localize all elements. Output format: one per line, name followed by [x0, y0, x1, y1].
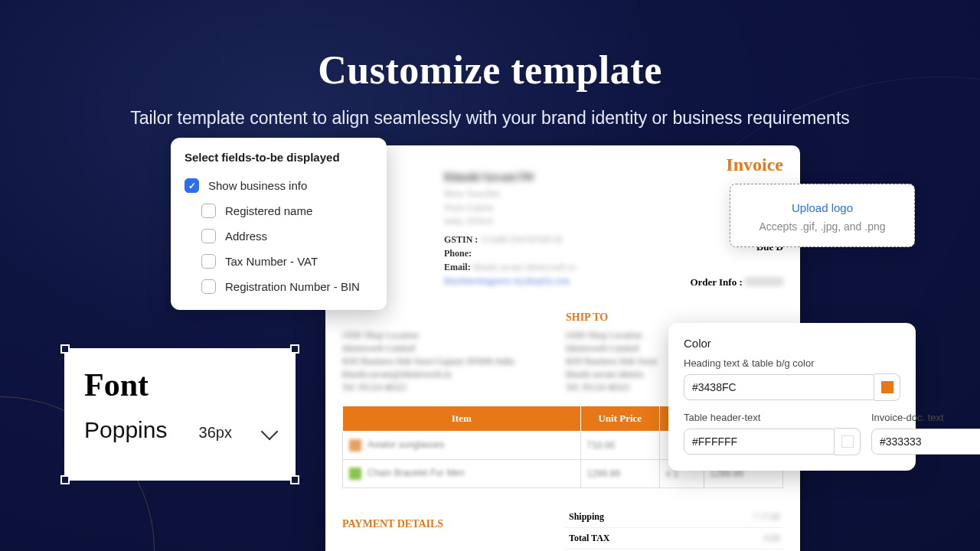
checkbox-registration-number[interactable]: Registration Number - BIN	[201, 274, 373, 299]
upload-logo-dropzone[interactable]: Upload logo Accepts .gif, .jpg, and .png	[730, 184, 915, 247]
checkbox-tax-number[interactable]: Tax Number - VAT	[201, 249, 373, 274]
payment-details-heading: PAYMENT DETAILS	[342, 518, 443, 530]
checkbox-address[interactable]: Address	[201, 223, 373, 249]
checkbox-icon[interactable]	[185, 178, 199, 193]
invoice-heading: Invoice	[726, 155, 783, 175]
doc-text-color-input[interactable]	[871, 429, 980, 455]
checkbox-icon[interactable]	[201, 204, 216, 218]
checkbox-icon[interactable]	[201, 254, 216, 269]
checkbox-icon[interactable]	[201, 279, 216, 294]
font-settings-card[interactable]: Font Poppins 36px	[64, 348, 296, 481]
font-card-title: Font	[84, 367, 276, 403]
doc-text-color-label: Invoice-doc. text	[871, 412, 980, 423]
heading-color-swatch[interactable]	[874, 373, 900, 401]
header-text-color-swatch[interactable]	[835, 428, 861, 455]
font-family-value: Poppins	[84, 417, 167, 443]
color-card-title: Color	[684, 337, 900, 350]
heading-color-input[interactable]	[684, 374, 874, 400]
upload-hint: Accepts .gif, .jpg, and .png	[743, 220, 902, 233]
font-family-selector[interactable]: Poppins 36px	[84, 417, 276, 443]
page-title: Customize template	[0, 47, 980, 93]
header-text-color-label: Table header-text	[684, 412, 861, 423]
ship-to-heading: SHIP TO	[566, 311, 608, 324]
font-size-value: 36px	[199, 424, 232, 442]
resize-handle[interactable]	[290, 475, 299, 484]
header-text-color-input[interactable]	[684, 429, 835, 455]
checkbox-icon[interactable]	[201, 229, 216, 243]
checkbox-show-business-info[interactable]: Show business info	[185, 173, 373, 198]
invoice-totals: Shipping7 17.00 Total TAX0.00	[566, 507, 783, 549]
heading-color-label: Heading text & table b/g color	[684, 357, 900, 369]
checkbox-registered-name[interactable]: Registered name	[201, 198, 373, 223]
chevron-down-icon	[261, 423, 279, 441]
checkbox-label: Show business info	[208, 179, 307, 192]
resize-handle[interactable]	[290, 344, 299, 354]
page-subtitle: Tailor template content to align seamles…	[0, 108, 980, 129]
fields-card-title: Select fields-to-be displayed	[185, 151, 373, 164]
business-info-block: Khushi Savani IW Mota Varachha Surat Guj…	[444, 170, 576, 288]
fields-selector-card: Select fields-to-be displayed Show busin…	[171, 138, 387, 310]
color-settings-card: Color Heading text & table b/g color Tab…	[668, 323, 916, 471]
upload-logo-link[interactable]: Upload logo	[743, 201, 902, 214]
resize-handle[interactable]	[60, 475, 70, 484]
resize-handle[interactable]	[60, 344, 70, 354]
